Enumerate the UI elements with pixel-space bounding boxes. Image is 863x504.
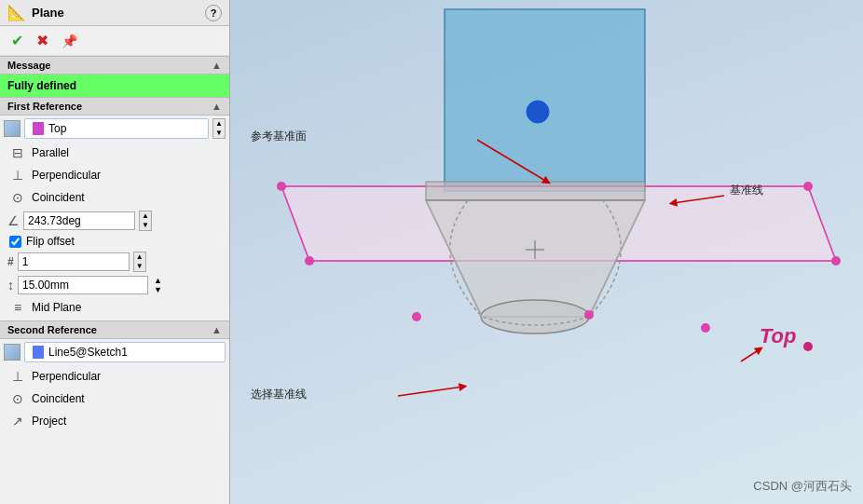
angle-spinner[interactable]: ▲ ▼ [139, 211, 152, 231]
svg-text:Top: Top [760, 324, 797, 347]
flip-offset-checkbox[interactable] [9, 236, 21, 248]
offset-row: ↕ ▲ ▼ [0, 274, 229, 296]
annotation-ref-line-text: 基准线 [730, 183, 763, 198]
help-icon[interactable]: ? [205, 5, 222, 21]
parallel-label: Parallel [32, 146, 69, 159]
inst-spin-down[interactable]: ▼ [134, 262, 145, 271]
menu-item-project[interactable]: Project [0, 410, 229, 432]
cancel-button[interactable]: ✖ [33, 30, 52, 51]
menu-item-parallel[interactable]: Parallel [0, 142, 229, 164]
project-icon [9, 413, 26, 429]
plane-icon-title: 📐 [7, 4, 26, 21]
first-ref-color-dot [33, 122, 44, 135]
midplane-icon [9, 299, 26, 316]
project-label: Project [32, 415, 66, 428]
instances-icon: # [7, 255, 14, 268]
angle-row: ∠ ▲ ▼ [0, 209, 229, 233]
pin-button[interactable]: 📌 [58, 32, 81, 50]
message-text: Fully defined [7, 79, 76, 92]
spin-down[interactable]: ▼ [213, 129, 225, 138]
second-ref-row: Line5@Sketch1 [0, 339, 229, 365]
coincident2-icon [9, 390, 26, 407]
left-panel: 📐 Plane ? ✔ ✖ 📌 Message ▲ Fully defined … [0, 0, 230, 504]
midplane-label: Mid Plane [32, 301, 81, 314]
second-reference-label: Second Reference [7, 324, 97, 335]
perp-label: Perpendicular [32, 169, 101, 182]
svg-point-1 [527, 101, 549, 123]
watermark: CSDN @河西石头 [753, 478, 852, 495]
second-reference-header: Second Reference ▲ [0, 320, 229, 339]
angle-spin-down[interactable]: ▼ [140, 221, 151, 230]
message-collapse-icon[interactable]: ▲ [212, 60, 222, 71]
perp2-icon [9, 368, 26, 385]
svg-line-25 [741, 349, 760, 361]
message-box: Fully defined [0, 75, 229, 97]
second-ref-value: Line5@Sketch1 [48, 346, 128, 359]
annotation-ref-plane: 参考基准面 [251, 129, 307, 144]
panel-title: Plane [32, 6, 64, 20]
svg-point-17 [412, 312, 421, 321]
menu-item-midplane[interactable]: Mid Plane [0, 296, 229, 319]
svg-rect-0 [445, 9, 645, 191]
accept-button[interactable]: ✔ [7, 30, 27, 51]
perp-icon [9, 167, 26, 184]
second-ref-input[interactable]: Line5@Sketch1 [24, 342, 226, 362]
annotation-ref-line: 基准线 [730, 183, 763, 198]
second-ref-plane-icon [4, 344, 21, 361]
first-reference-header: First Reference ▲ [0, 97, 229, 116]
coincident-label: Coincident [32, 191, 85, 204]
svg-line-24 [398, 387, 463, 396]
perp2-label: Perpendicular [32, 370, 101, 383]
second-ref-collapse-icon[interactable]: ▲ [212, 324, 222, 335]
first-ref-plane-icon [4, 120, 21, 137]
inst-spin-up[interactable]: ▲ [134, 252, 145, 262]
svg-point-18 [584, 310, 594, 320]
angle-icon: ∠ [7, 213, 20, 228]
angle-spin-up[interactable]: ▲ [140, 211, 151, 221]
watermark-text: CSDN @河西石头 [753, 479, 852, 493]
svg-point-12 [481, 300, 589, 334]
svg-point-21 [803, 342, 813, 351]
angle-input[interactable] [23, 211, 135, 230]
offset-icon: ↕ [7, 278, 14, 293]
menu-item-perp2[interactable]: Perpendicular [0, 365, 229, 388]
first-ref-value: Top [48, 122, 66, 135]
first-ref-collapse-icon[interactable]: ▲ [212, 101, 222, 112]
instances-spinner[interactable]: ▲ ▼ [133, 252, 146, 272]
message-section-label: Message [7, 60, 50, 71]
instances-row: # ▲ ▼ [0, 250, 229, 274]
coincident2-label: Coincident [32, 392, 85, 405]
offset-scrollbar[interactable]: ▲ ▼ [154, 276, 162, 294]
offset-scroll-down[interactable]: ▼ [154, 285, 162, 294]
menu-item-perpendicular[interactable]: Perpendicular [0, 164, 229, 186]
svg-point-19 [701, 323, 710, 333]
panel-title-bar: 📐 Plane ? [0, 0, 229, 26]
first-ref-row: Top ▲ ▼ [0, 116, 229, 142]
toolbar-row: ✔ ✖ 📌 [0, 26, 229, 56]
flip-offset-row: Flip offset [0, 233, 229, 250]
instances-input[interactable] [18, 252, 130, 271]
menu-item-coincident[interactable]: Coincident [0, 186, 229, 209]
first-reference-label: First Reference [7, 101, 82, 112]
parallel-icon [9, 144, 26, 161]
annotation-select-line-text: 选择基准线 [251, 387, 307, 402]
offset-input[interactable] [18, 276, 148, 294]
viewport: Top 参考基准面 基准线 选择基准线 CSDN @河西石头 [230, 0, 863, 504]
message-section-header: Message ▲ [0, 56, 229, 75]
spin-up[interactable]: ▲ [213, 119, 225, 129]
menu-item-coincident2[interactable]: Coincident [0, 388, 229, 410]
first-ref-input[interactable]: Top [24, 118, 209, 139]
first-ref-spinner[interactable]: ▲ ▼ [212, 118, 226, 139]
viewport-svg: Top [230, 0, 863, 504]
svg-marker-11 [426, 182, 645, 200]
offset-scroll-up[interactable]: ▲ [154, 276, 162, 285]
second-ref-color-dot [33, 346, 44, 359]
coincident-icon [9, 189, 26, 206]
annotation-select-line: 选择基准线 [251, 387, 307, 402]
flip-offset-label: Flip offset [26, 235, 75, 248]
annotation-ref-plane-text: 参考基准面 [251, 129, 307, 144]
